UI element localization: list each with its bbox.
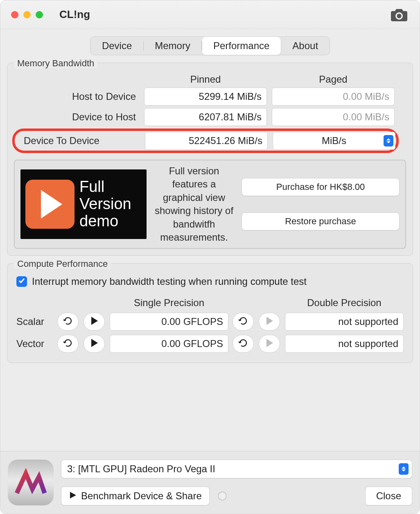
app-window: CL!ng Device Memory Performance About Me… xyxy=(0,0,420,514)
titlebar: CL!ng xyxy=(0,0,420,29)
svg-marker-2 xyxy=(266,317,273,325)
window-title: CL!ng xyxy=(59,8,90,21)
tab-device[interactable]: Device xyxy=(90,37,143,55)
svg-marker-3 xyxy=(91,339,98,347)
memory-bandwidth-panel: Memory Bandwidth Pinned Paged Host to De… xyxy=(7,63,413,256)
compute-performance-panel: Compute Performance Interrupt memory ban… xyxy=(7,263,413,363)
restore-button-label: Restore purchase xyxy=(285,216,356,227)
col-pinned-header: Pinned xyxy=(144,74,267,85)
vector-row-label: Vector xyxy=(16,338,53,349)
tab-device-label: Device xyxy=(102,40,132,52)
promo-img-line2: Version xyxy=(79,196,131,213)
restore-purchase-button[interactable]: Restore purchase xyxy=(242,212,400,230)
purchase-button-label: Purchase for HK$8.00 xyxy=(276,182,365,192)
h2d-paged-value: 0.00 MiB/s xyxy=(272,88,395,106)
device-select[interactable]: 3: [MTL GPU] Radeon Pro Vega II xyxy=(61,460,412,478)
footer: 3: [MTL GPU] Radeon Pro Vega II Benchmar… xyxy=(0,451,420,514)
promo-image-text: Full Version demo xyxy=(79,178,131,230)
loop-icon xyxy=(63,338,73,350)
sp-vector-loop-button[interactable] xyxy=(57,335,79,353)
tab-about-label: About xyxy=(292,40,318,52)
dp-scalar-play-button[interactable] xyxy=(259,313,280,331)
col-paged-header: Paged xyxy=(272,74,395,85)
tab-about[interactable]: About xyxy=(281,37,330,55)
check-icon xyxy=(18,277,25,286)
h2d-pinned-value: 5299.14 MiB/s xyxy=(144,88,267,106)
tab-bar: Device Memory Performance About xyxy=(90,36,330,55)
sp-scalar-play-button[interactable] xyxy=(84,313,105,331)
tab-memory[interactable]: Memory xyxy=(143,37,202,55)
play-icon xyxy=(89,338,99,350)
sp-vector-value: 0.00 GFLOPS xyxy=(110,335,228,353)
dp-vector-play-button[interactable] xyxy=(259,335,280,353)
dp-scalar-value: not supported xyxy=(285,313,404,331)
play-icon xyxy=(264,316,275,328)
row-h2d-label: Host to Device xyxy=(16,91,139,102)
d2h-paged-value: 0.00 MiB/s xyxy=(272,108,395,126)
minimize-window-icon[interactable] xyxy=(23,11,31,18)
row-d2h-label: Device to Host xyxy=(16,111,139,123)
close-button[interactable]: Close xyxy=(365,487,412,505)
double-precision-header: Double Precision xyxy=(285,297,404,309)
traffic-lights xyxy=(11,11,43,18)
chevron-updown-icon xyxy=(399,463,409,475)
d2d-pinned-value: 522451.26 MiB/s xyxy=(145,132,268,150)
dp-vector-value: not supported xyxy=(285,335,404,353)
svg-marker-1 xyxy=(91,317,98,325)
dp-vector-loop-button[interactable] xyxy=(233,335,254,353)
play-icon xyxy=(264,338,275,350)
tab-performance[interactable]: Performance xyxy=(201,36,281,55)
svg-marker-4 xyxy=(266,339,273,347)
dp-scalar-loop-button[interactable] xyxy=(233,313,254,331)
sp-scalar-loop-button[interactable] xyxy=(57,313,79,331)
play-tile-icon xyxy=(25,180,75,229)
d2d-paged-select[interactable]: MiB/s xyxy=(273,132,395,150)
loop-icon xyxy=(238,338,248,350)
chevron-updown-icon xyxy=(384,135,393,147)
tab-performance-label: Performance xyxy=(213,40,269,52)
svg-marker-0 xyxy=(41,190,62,219)
sp-scalar-value: 0.00 GFLOPS xyxy=(110,313,228,331)
interrupt-checkbox-label: Interrupt memory bandwidth testing when … xyxy=(32,276,307,287)
play-icon xyxy=(89,316,99,328)
d2h-pinned-value: 6207.81 MiB/s xyxy=(144,108,267,126)
single-precision-header: Single Precision xyxy=(110,297,228,309)
camera-icon xyxy=(389,5,409,25)
status-radio xyxy=(218,491,227,500)
tab-memory-label: Memory xyxy=(155,40,190,52)
svg-marker-5 xyxy=(70,492,76,498)
loop-icon xyxy=(63,316,73,328)
row-d2d-label: Device To Device xyxy=(17,135,140,147)
interrupt-checkbox[interactable] xyxy=(16,276,27,287)
purchase-button[interactable]: Purchase for HK$8.00 xyxy=(242,178,400,196)
promo-description: Full version features a graphical view s… xyxy=(153,165,235,244)
zoom-window-icon[interactable] xyxy=(36,11,43,18)
d2d-paged-value: MiB/s xyxy=(322,135,346,147)
benchmark-button[interactable]: Benchmark Device & Share xyxy=(61,487,210,505)
promo-image: Full Version demo xyxy=(20,169,147,239)
app-logo xyxy=(8,460,54,505)
promo-box: Full Version demo Full version features … xyxy=(14,160,406,249)
promo-img-line3: demo xyxy=(79,213,131,230)
scalar-row-label: Scalar xyxy=(16,316,53,327)
benchmark-button-label: Benchmark Device & Share xyxy=(81,490,202,502)
screenshot-button[interactable] xyxy=(389,5,409,25)
compute-performance-title: Compute Performance xyxy=(14,259,111,269)
device-select-value: 3: [MTL GPU] Radeon Pro Vega II xyxy=(67,463,215,475)
close-window-icon[interactable] xyxy=(11,11,18,18)
close-button-label: Close xyxy=(376,490,401,502)
loop-icon xyxy=(238,316,248,328)
play-icon xyxy=(69,490,77,502)
memory-bandwidth-title: Memory Bandwidth xyxy=(14,58,97,68)
promo-img-line1: Full xyxy=(79,178,131,196)
d2d-highlight-row: Device To Device 522451.26 MiB/s MiB/s xyxy=(12,128,399,153)
sp-vector-play-button[interactable] xyxy=(84,335,105,353)
